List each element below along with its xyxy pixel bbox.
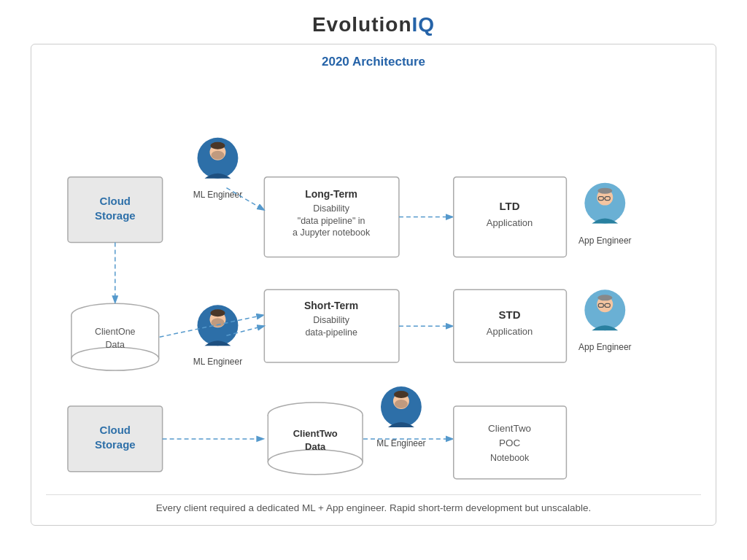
client-two-label1: ClientTwo: [293, 428, 338, 439]
svg-point-3: [59, 79, 74, 87]
client-two-data-bottom: [268, 450, 363, 475]
logo-part1: Evolution: [312, 13, 412, 36]
short-term-label: Short-Term: [304, 300, 358, 311]
ml-engineer-1-label: ML Engineer: [193, 190, 242, 200]
app-engineer-1-label: App Engineer: [578, 236, 632, 246]
short-term-sub2: data-pipeline: [305, 327, 357, 338]
cloud-storage-1-label2: Storage: [95, 209, 136, 222]
diagram-title: 2020 Architecture: [46, 55, 701, 69]
app-engineer-2-label: App Engineer: [578, 342, 632, 352]
svg-point-5: [58, 82, 74, 98]
ml-engineer-3-label: ML Engineer: [376, 438, 425, 448]
long-term-sub3: a Jupyter notebook: [293, 228, 371, 238]
app-engineer-1-avatar: [584, 183, 625, 224]
cloud-storage-2-label: Cloud: [100, 424, 131, 436]
clienttwo-poc-label1: ClientTwo: [488, 423, 531, 434]
svg-point-0: [46, 75, 87, 116]
svg-rect-6: [60, 89, 65, 93]
client-one-label2: Data: [106, 340, 125, 350]
app-engineer-2-avatar: [584, 289, 625, 330]
clienttwo-poc-label2: POC: [499, 438, 520, 448]
std-label: STD: [499, 308, 521, 321]
svg-point-9: [59, 80, 74, 86]
long-term-label: Long-Term: [305, 188, 357, 200]
architecture-diagram: Cloud Storage ML Engineer Long-Term Disa…: [46, 75, 701, 483]
ml-engineer-3-avatar: [381, 386, 422, 427]
long-term-sub1: Disability: [313, 203, 350, 214]
svg-rect-7: [66, 89, 71, 93]
ml-engineer-2-label: ML Engineer: [193, 357, 242, 367]
long-term-sub2: "data pipeline" in: [298, 216, 365, 226]
ltd-label: LTD: [500, 200, 520, 212]
svg-point-1: [58, 82, 74, 98]
svg-point-4: [46, 75, 87, 116]
client-one-label1: ClientOne: [95, 327, 136, 337]
svg-point-2: [60, 88, 73, 97]
std-sub: Application: [487, 326, 533, 337]
ml-engineer-1-avatar: [198, 138, 239, 179]
footer-text: Every client required a dedicated ML + A…: [46, 494, 701, 513]
short-term-sub1: Disability: [313, 315, 350, 325]
client-two-label2: Data: [305, 441, 326, 452]
ltd-sub: Application: [487, 217, 533, 228]
logo: EvolutionIQ: [312, 13, 435, 36]
cloud-storage-1-label: Cloud: [100, 195, 131, 207]
diagram-container: 2020 Architecture: [31, 44, 716, 526]
cloud-storage-2-label2: Storage: [95, 438, 136, 451]
ml-engineer-2-avatar: [198, 305, 239, 346]
client-one-data-bottom: [71, 347, 159, 370]
clienttwo-poc-label3: Notebook: [490, 453, 530, 463]
logo-part2: IQ: [411, 13, 435, 36]
